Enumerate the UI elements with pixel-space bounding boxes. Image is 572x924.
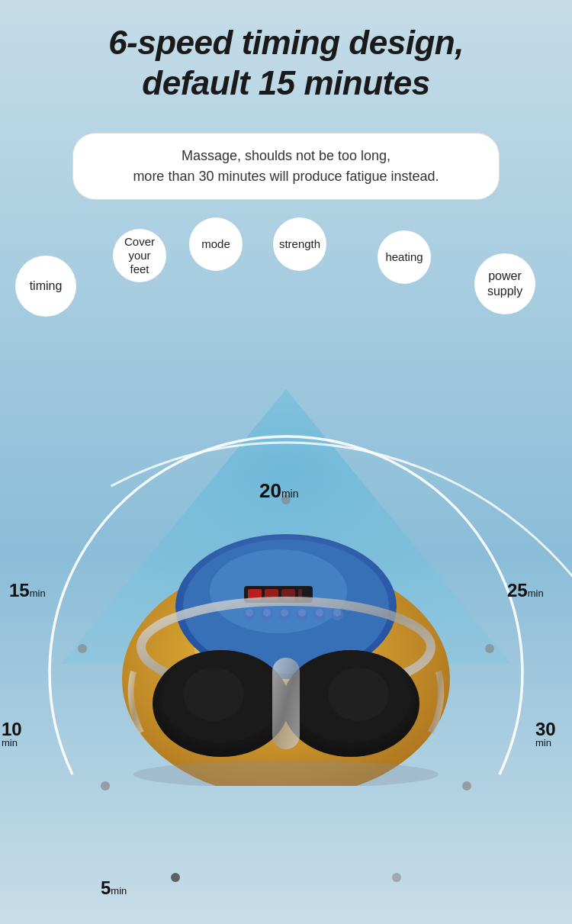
time-30: 30min	[535, 719, 556, 749]
bubble-timing: timing	[15, 256, 76, 317]
arc-section: 20min 15min 25min 10min 30min 5min	[0, 343, 572, 916]
bubble-mode: mode	[189, 217, 243, 271]
main-title: 6-speed timing design, default 15 minute…	[31, 23, 541, 104]
bubble-cover-your-feet: Cover your feet	[113, 229, 166, 282]
svg-point-35	[183, 668, 244, 721]
svg-point-9	[392, 873, 401, 882]
title-line1: 6-speed timing design,	[108, 24, 464, 61]
svg-point-4	[78, 644, 87, 653]
svg-rect-39	[272, 658, 300, 749]
page-wrapper: 6-speed timing design, default 15 minute…	[0, 0, 572, 924]
svg-point-8	[171, 873, 180, 882]
info-line2: more than 30 minutes will produce fatigu…	[133, 169, 439, 184]
info-box: Massage, shoulds not be too long, more t…	[72, 133, 500, 200]
massager-svg	[103, 458, 469, 786]
svg-point-38	[328, 668, 389, 721]
info-text: Massage, shoulds not be too long, more t…	[96, 146, 476, 187]
bubble-strength: strength	[273, 217, 326, 271]
time-10: 10min	[2, 719, 22, 749]
header-section: 6-speed timing design, default 15 minute…	[0, 0, 572, 119]
time-5: 5min	[101, 877, 127, 899]
svg-point-26	[246, 609, 253, 617]
svg-point-30	[316, 609, 323, 617]
time-25: 25min	[507, 580, 544, 601]
svg-point-29	[298, 609, 306, 617]
bubble-power-supply: power supply	[474, 253, 535, 314]
svg-point-28	[281, 609, 288, 617]
bubble-heating: heating	[378, 230, 431, 284]
title-line2: default 15 minutes	[142, 64, 429, 101]
time-15: 15min	[9, 580, 46, 601]
svg-point-27	[263, 609, 271, 617]
svg-point-5	[485, 644, 494, 653]
info-line1: Massage, shoulds not be too long,	[182, 148, 390, 163]
svg-point-31	[333, 609, 341, 617]
product-image	[103, 458, 469, 786]
